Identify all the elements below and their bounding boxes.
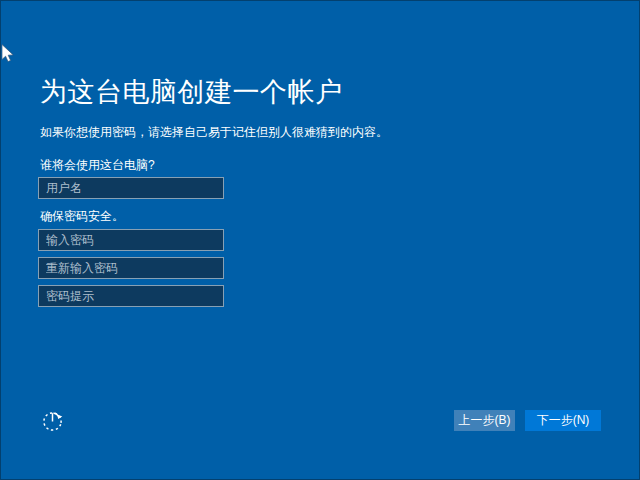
confirm-password-input[interactable] [38, 257, 224, 279]
password-hint-input[interactable] [38, 285, 224, 307]
username-label: 谁将会使用这台电脑? [40, 157, 155, 174]
back-button[interactable]: 上一步(B) [454, 410, 515, 431]
page-title: 为这台电脑创建一个帐户 [40, 74, 343, 110]
username-input[interactable] [38, 177, 224, 199]
next-button[interactable]: 下一步(N) [525, 410, 601, 431]
page-subtitle: 如果你想使用密码，请选择自己易于记住但别人很难猜到的内容。 [40, 124, 388, 141]
ease-of-access-button[interactable] [36, 404, 70, 438]
oobe-create-account-screen: 为这台电脑创建一个帐户 如果你想使用密码，请选择自己易于记住但别人很难猜到的内容… [0, 0, 640, 480]
mouse-cursor-icon [1, 44, 15, 64]
password-input[interactable] [38, 229, 224, 251]
ease-of-access-icon [40, 407, 67, 434]
password-section-label: 确保密码安全。 [40, 208, 124, 225]
